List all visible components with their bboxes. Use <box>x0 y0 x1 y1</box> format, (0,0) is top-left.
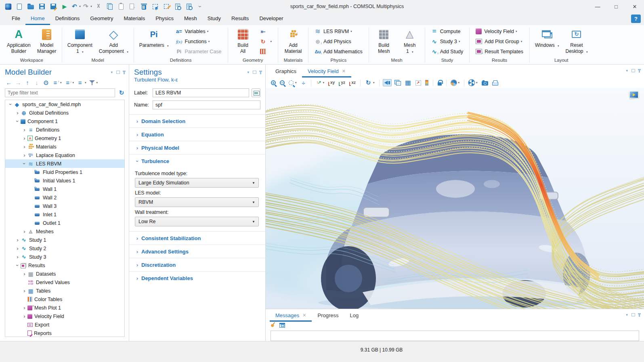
save-button[interactable] <box>37 2 47 11</box>
ribbon-component-1-button[interactable]: Component1 ▾ <box>65 26 95 57</box>
appearance-button[interactable]: ▾ <box>450 79 461 86</box>
forward-button[interactable] <box>14 79 22 87</box>
ribbon-les-rbvm-button[interactable]: LES RBVM▾ <box>312 27 365 36</box>
section-header-dependent-variables[interactable]: › Dependent Variables <box>129 271 265 285</box>
search-results-button[interactable] <box>184 2 194 11</box>
color-legend-button[interactable] <box>424 79 430 86</box>
pin-icon[interactable] <box>639 69 640 73</box>
tree-node-outlet-1[interactable]: Outlet 1 <box>5 219 124 227</box>
messages-tab-log[interactable]: Log <box>344 309 365 322</box>
tree-node-meshes[interactable]: › Meshes <box>5 227 124 236</box>
copy-button[interactable] <box>105 2 115 11</box>
tree-node-derived-values[interactable]: Derived Values <box>5 278 124 287</box>
zoom-out-button[interactable] <box>279 80 286 86</box>
tree-node-study-3[interactable]: › Study 3 <box>5 253 124 261</box>
float-icon[interactable] <box>631 313 635 316</box>
menu-home[interactable]: Home <box>25 13 50 25</box>
move-up-button[interactable] <box>23 79 31 87</box>
help-button[interactable]: ? <box>631 15 641 23</box>
ribbon-variables-button[interactable]: Variables▾ <box>173 27 224 36</box>
ribbon-mesh-1-button[interactable]: Mesh1 ▾ <box>397 26 422 57</box>
tree-arrow-icon[interactable]: › <box>21 313 27 319</box>
ribbon-velocity-field-button[interactable]: Velocity Field▾ <box>473 27 526 36</box>
new-file-button[interactable] <box>15 2 24 11</box>
ribbon-fence-button[interactable] <box>257 47 275 56</box>
transparency-button[interactable] <box>393 79 402 86</box>
show-grid-button[interactable] <box>404 79 413 87</box>
filter-button[interactable]: ▾ <box>88 79 99 86</box>
close-tab-icon[interactable]: ✕ <box>302 313 306 318</box>
show-axes-button[interactable] <box>414 80 422 86</box>
pin-icon[interactable] <box>639 313 640 317</box>
pin-icon[interactable] <box>124 71 125 74</box>
close-tab-icon[interactable]: ✕ <box>342 69 346 74</box>
ribbon-build-mesh-button[interactable]: BuildMesh <box>371 26 396 57</box>
ribbon-parameter-case-button[interactable]: Parameter Case <box>173 47 224 56</box>
label-input[interactable] <box>153 88 249 97</box>
messages-output-box[interactable] <box>271 331 639 341</box>
node-view-button[interactable]: ▾ <box>76 79 87 87</box>
ribbon-build-all-button[interactable]: BuildAll <box>231 26 256 57</box>
float-icon[interactable] <box>253 71 256 74</box>
filter-input[interactable] <box>5 88 115 97</box>
ribbon-import-geom-button[interactable] <box>257 27 275 36</box>
axis-orientation-button[interactable]: ▾ <box>315 79 326 86</box>
float-icon[interactable] <box>631 69 635 72</box>
tree-node-geometry-1[interactable]: › Geometry 1 <box>5 134 124 142</box>
tree-node-sports-car-flow-field-mph[interactable]: › sports_car_flow_field.mph <box>5 100 124 109</box>
tree-arrow-icon[interactable]: › <box>21 161 27 167</box>
chevron-down-icon[interactable]: ▾ <box>626 69 628 73</box>
tree-arrow-icon[interactable]: › <box>15 254 21 260</box>
select-wall-treatment[interactable]: Low Re ▼ <box>135 217 259 226</box>
view-xz-button[interactable]: xz <box>348 79 357 87</box>
zoom-in-button[interactable] <box>270 80 277 86</box>
tree-arrow-icon[interactable]: › <box>15 237 21 243</box>
menu-results[interactable]: Results <box>226 13 254 25</box>
tree-arrow-icon[interactable]: › <box>15 245 21 251</box>
tree-node-study-2[interactable]: › Study 2 <box>5 244 124 253</box>
ribbon-add-plot-group-button[interactable]: Add Plot Group▾ <box>473 37 526 46</box>
scene-light-button[interactable] <box>383 79 392 86</box>
select-les-model[interactable]: RBVM ▼ <box>135 197 259 207</box>
view-xy-button[interactable]: xy <box>327 79 336 87</box>
ribbon-sync-geom-button[interactable]: ▾ <box>257 37 275 46</box>
ribbon-add-physics-button[interactable]: Add Physics <box>312 37 365 46</box>
tree-arrow-icon[interactable]: › <box>15 262 21 268</box>
collapse-all-button[interactable]: ▾ <box>64 79 75 87</box>
clear-selection-button[interactable] <box>162 2 171 11</box>
chevron-down-icon[interactable]: ▾ <box>626 313 628 317</box>
graphics-canvas[interactable] <box>266 88 644 309</box>
tree-node-results[interactable]: › Results <box>5 261 124 270</box>
messages-window-button[interactable] <box>279 322 285 329</box>
ribbon-result-templates-button[interactable]: Result Templates <box>473 47 526 56</box>
section-header-advanced-settings[interactable]: › Advanced Settings <box>129 245 265 258</box>
graphics-tab-graphics[interactable]: Graphics <box>270 65 302 77</box>
tree-arrow-icon[interactable]: › <box>15 118 21 124</box>
tree-node-component-1[interactable]: › Component 1 <box>5 117 124 126</box>
tree-node-laplace-equation[interactable]: › Laplace Equation <box>5 151 124 159</box>
tree-arrow-icon[interactable]: › <box>21 228 27 234</box>
refresh-icon[interactable] <box>118 90 125 96</box>
view-yz-button[interactable]: yz <box>338 79 346 87</box>
menu-file[interactable]: File <box>6 13 25 25</box>
section-header-domain-selection[interactable]: › Domain Selection <box>129 114 265 128</box>
tree-node-mesh-plot-1[interactable]: › Mesh Plot 1 <box>5 303 124 312</box>
ribbon-add-material-button[interactable]: AddMaterial <box>281 26 306 57</box>
menu-developer[interactable]: Developer <box>254 13 288 25</box>
tree-node-global-definitions[interactable]: › Global Definitions <box>5 109 124 117</box>
move-down-button[interactable] <box>33 79 41 87</box>
tree-node-wall-1[interactable]: Wall 1 <box>5 185 124 193</box>
menu-mesh[interactable]: Mesh <box>179 13 202 25</box>
comsol-logo-button[interactable] <box>3 2 13 11</box>
messages-clear-button[interactable] <box>271 322 276 329</box>
show-button[interactable] <box>42 79 50 87</box>
section-header-equation[interactable]: › Equation <box>129 128 265 141</box>
select-button[interactable] <box>150 2 160 11</box>
maximize-button[interactable]: □ <box>607 0 625 13</box>
ribbon-reset-desktop-button[interactable]: ResetDesktop ▾ <box>563 26 591 57</box>
rotate-button[interactable]: ▾ <box>364 79 376 87</box>
close-button[interactable]: ✕ <box>625 0 644 13</box>
ribbon-functions-button[interactable]: Functions▾ <box>173 37 224 46</box>
run-button[interactable] <box>60 2 69 11</box>
snapshot-button[interactable] <box>480 79 489 86</box>
